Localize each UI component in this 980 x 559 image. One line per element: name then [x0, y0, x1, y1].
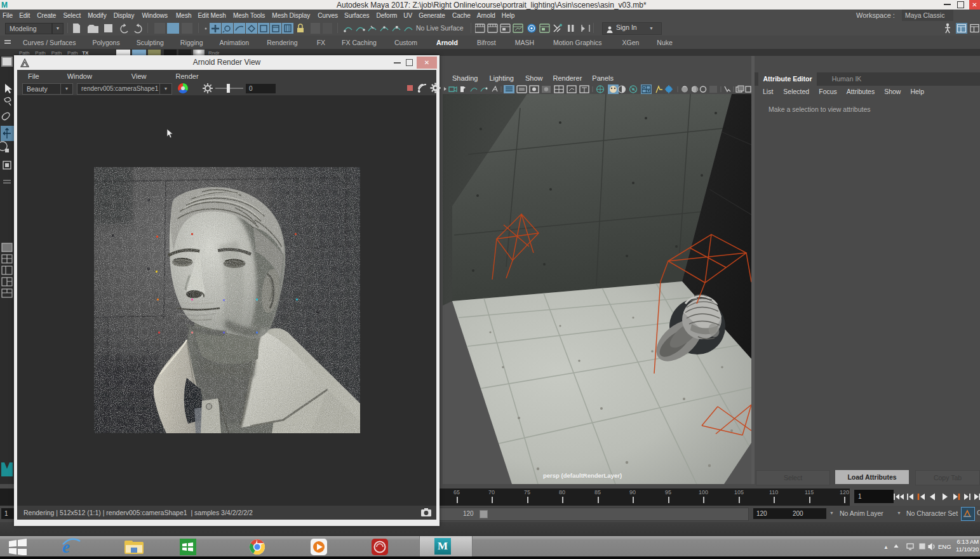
svg-text:80: 80 [559, 489, 565, 495]
svg-text:100: 100 [699, 489, 708, 495]
svg-text:85: 85 [594, 489, 601, 495]
svg-text:105: 105 [734, 489, 744, 495]
svg-text:75: 75 [524, 489, 530, 495]
svg-text:persp (defaultRenderLayer): persp (defaultRenderLayer) [543, 472, 622, 479]
svg-text:115: 115 [805, 489, 814, 495]
svg-text:110: 110 [769, 489, 778, 495]
svg-text:120: 120 [840, 489, 849, 495]
svg-text:90: 90 [629, 489, 636, 495]
svg-text:70: 70 [488, 489, 495, 495]
svg-text:65: 65 [453, 489, 460, 495]
svg-text:95: 95 [665, 489, 671, 495]
